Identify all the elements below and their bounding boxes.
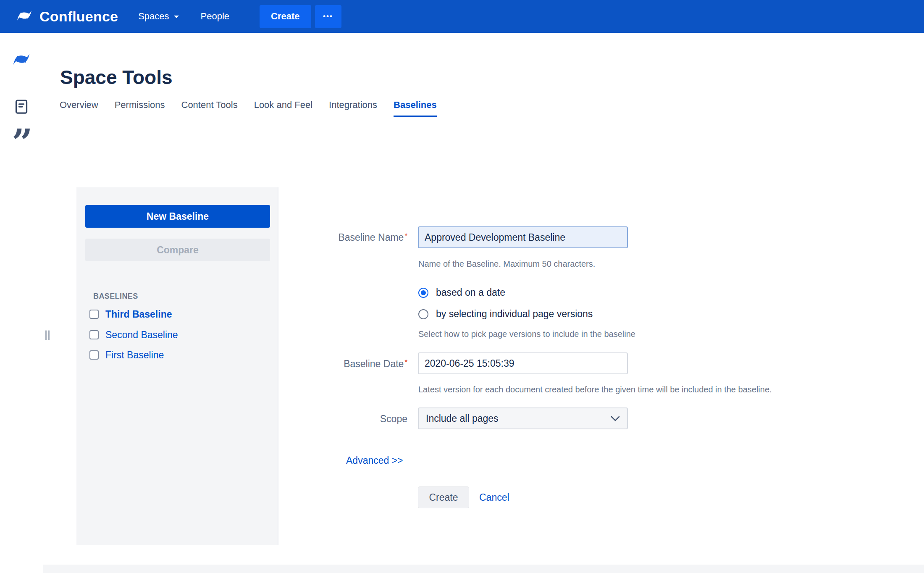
tab-overview[interactable]: Overview (60, 100, 98, 117)
baseline-link-second[interactable]: Second Baseline (105, 329, 178, 341)
cancel-link[interactable]: Cancel (479, 492, 509, 503)
baseline-name-help: Name of the Baseline. Maximum 50 charact… (418, 259, 595, 269)
radio-based-on-date-label: based on a date (436, 287, 505, 298)
nav-spaces-label: Spaces (138, 11, 169, 22)
baseline-row: First Baseline (89, 349, 164, 361)
baseline-name-label: Baseline Name* (235, 232, 407, 243)
baseline-date-label-text: Baseline Date (344, 358, 404, 369)
tab-permissions[interactable]: Permissions (115, 100, 165, 117)
baseline-checkbox[interactable] (89, 350, 99, 360)
baseline-link-first[interactable]: First Baseline (105, 350, 164, 361)
radio-page-versions-label: by selecting individual page versions (436, 308, 593, 320)
baseline-name-input[interactable] (418, 226, 628, 248)
tab-baselines[interactable]: Baselines (394, 100, 437, 117)
radio-unselected-icon (418, 309, 428, 319)
mode-help: Select how to pick page versions to incl… (418, 329, 635, 339)
chevron-down-icon (174, 16, 179, 21)
space-sidebar: ” (0, 33, 43, 573)
baseline-date-input[interactable] (418, 352, 628, 374)
confluence-home-link[interactable]: Confluence (15, 6, 118, 26)
tab-integrations[interactable]: Integrations (329, 100, 377, 117)
pages-icon[interactable] (0, 98, 43, 115)
space-logo-icon[interactable] (0, 49, 43, 70)
baseline-link-third[interactable]: Third Baseline (105, 309, 172, 320)
nav-people-label: People (201, 11, 230, 22)
nav-people[interactable]: People (201, 11, 230, 22)
baseline-date-label: Baseline Date* (235, 358, 407, 370)
space-tools-tabs: Overview Permissions Content Tools Look … (60, 100, 437, 117)
scope-select-value: Include all pages (426, 413, 499, 424)
baselines-list-heading: BASELINES (93, 292, 138, 301)
advanced-link[interactable]: Advanced >> (346, 455, 403, 466)
confluence-logo-icon (15, 6, 34, 26)
baseline-row: Third Baseline (89, 308, 172, 321)
radio-page-versions[interactable]: by selecting individual page versions (418, 308, 593, 320)
quote-glyph: ” (12, 124, 31, 160)
brand-name: Confluence (39, 8, 118, 25)
baseline-date-help: Latest version for each document created… (418, 385, 772, 394)
scope-label: Scope (235, 413, 407, 425)
quotes-icon[interactable]: ” (0, 124, 43, 158)
required-asterisk: * (404, 232, 407, 240)
tab-content-tools[interactable]: Content Tools (181, 100, 238, 117)
confluence-space-tools-page: Confluence Spaces People Create ••• (0, 0, 924, 573)
sidebar-resize-handle[interactable] (45, 330, 50, 340)
tab-look-and-feel[interactable]: Look and Feel (254, 100, 312, 117)
scope-select[interactable]: Include all pages (418, 407, 628, 429)
radio-selected-icon (418, 288, 428, 298)
required-asterisk: * (404, 358, 407, 366)
top-navigation-bar: Confluence Spaces People Create ••• (0, 0, 924, 33)
baseline-row: Second Baseline (89, 329, 178, 341)
chevron-down-icon (611, 416, 620, 421)
baseline-checkbox[interactable] (89, 330, 99, 339)
baseline-name-label-text: Baseline Name (338, 232, 404, 243)
more-actions-button[interactable]: ••• (315, 5, 341, 28)
page-title: Space Tools (60, 66, 173, 89)
baseline-checkbox[interactable] (89, 310, 99, 319)
create-button[interactable]: Create (260, 5, 311, 28)
new-baseline-button[interactable]: New Baseline (85, 205, 270, 228)
form-create-button[interactable]: Create (418, 486, 469, 508)
footer-band (43, 565, 924, 573)
radio-based-on-date[interactable]: based on a date (418, 287, 505, 298)
nav-spaces[interactable]: Spaces (138, 11, 178, 22)
tabs-divider (43, 117, 924, 117)
